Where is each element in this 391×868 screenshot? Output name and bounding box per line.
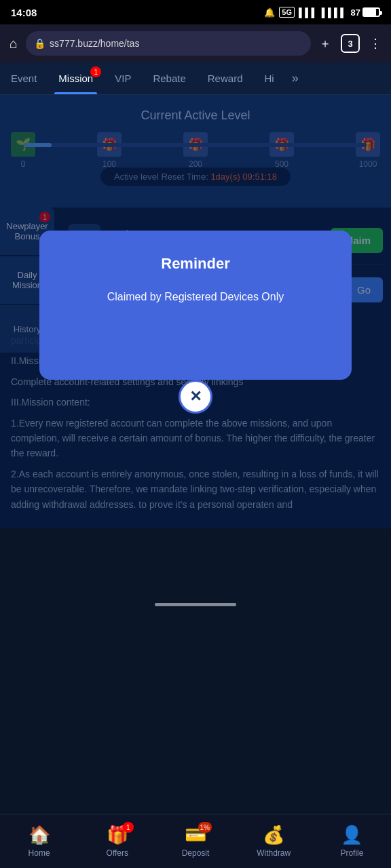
- bottom-nav-profile[interactable]: 👤 Profile: [313, 825, 391, 858]
- status-bar: 14:08 🔔 5G ▌▌▌ ▌▌▌▌ 87: [0, 0, 391, 24]
- modal-title: Reminder: [60, 255, 331, 273]
- tab-hi[interactable]: Hi: [253, 62, 284, 94]
- bottom-nav-withdraw[interactable]: 💰 Withdraw: [235, 825, 313, 858]
- tab-vip[interactable]: VIP: [104, 62, 142, 94]
- url-icon: 🔒: [34, 38, 45, 49]
- signal-bars: ▌▌▌▌: [322, 7, 347, 18]
- mission-tab-badge: 1: [90, 66, 101, 77]
- modal-box: Reminder Claimed by Registered Devices O…: [39, 231, 352, 380]
- profile-icon: 👤: [341, 825, 362, 846]
- offers-label: Offers: [107, 848, 128, 858]
- url-text: ss777.buzz/home/tas: [50, 38, 139, 49]
- tab-count-badge[interactable]: 3: [341, 34, 360, 53]
- modal-overlay: Reminder Claimed by Registered Devices O…: [0, 95, 391, 528]
- battery-icon: [362, 7, 380, 17]
- browser-bar: ⌂ 🔒 ss777.buzz/home/tas ＋ 3 ⋮: [0, 24, 391, 62]
- bottom-nav: 🏠 Home 1 🎁 Offers 1% 💳 Deposit 💰 Withdra…: [0, 814, 391, 868]
- offers-badge: 1: [123, 822, 134, 833]
- modal-close-button[interactable]: ✕: [179, 380, 212, 414]
- nav-tabs: Event Mission 1 VIP Rebate Reward Hi »: [0, 62, 391, 95]
- wifi-bars: ▌▌▌: [299, 7, 318, 18]
- new-tab-button[interactable]: ＋: [316, 33, 334, 54]
- tab-reward[interactable]: Reward: [197, 62, 254, 94]
- withdraw-icon: 💰: [263, 825, 284, 846]
- bottom-nav-offers[interactable]: 1 🎁 Offers: [78, 825, 156, 858]
- browser-actions: ＋ 3 ⋮: [316, 33, 384, 54]
- browser-home-button[interactable]: ⌂: [7, 33, 20, 54]
- profile-label: Profile: [340, 848, 363, 858]
- tab-mission[interactable]: Mission 1: [48, 62, 104, 94]
- signal-icon: 🔔: [264, 7, 275, 18]
- home-icon: 🏠: [29, 825, 50, 846]
- tab-rebate[interactable]: Rebate: [142, 62, 196, 94]
- network-icon: 5G: [279, 7, 295, 18]
- deposit-label: Deposit: [182, 848, 210, 858]
- scroll-indicator: [155, 603, 236, 606]
- bottom-nav-deposit[interactable]: 1% 💳 Deposit: [156, 825, 234, 858]
- tab-event[interactable]: Event: [0, 62, 48, 94]
- status-icons: 🔔 5G ▌▌▌ ▌▌▌▌ 87: [264, 7, 380, 18]
- status-time: 14:08: [11, 7, 37, 18]
- withdraw-label: Withdraw: [257, 848, 291, 858]
- url-bar[interactable]: 🔒 ss777.buzz/home/tas: [26, 31, 311, 56]
- deposit-badge: 1%: [198, 822, 212, 833]
- nav-tabs-more[interactable]: »: [285, 71, 305, 85]
- home-label: Home: [29, 848, 50, 858]
- main-area: Current Active Level 🌱 0 🎁 100 🎁 200 🎁: [0, 95, 391, 528]
- bottom-nav-home[interactable]: 🏠 Home: [0, 825, 78, 858]
- modal-message: Claimed by Registered Devices Only: [60, 289, 331, 305]
- battery-label: 87: [351, 7, 380, 18]
- browser-menu-button[interactable]: ⋮: [367, 33, 384, 54]
